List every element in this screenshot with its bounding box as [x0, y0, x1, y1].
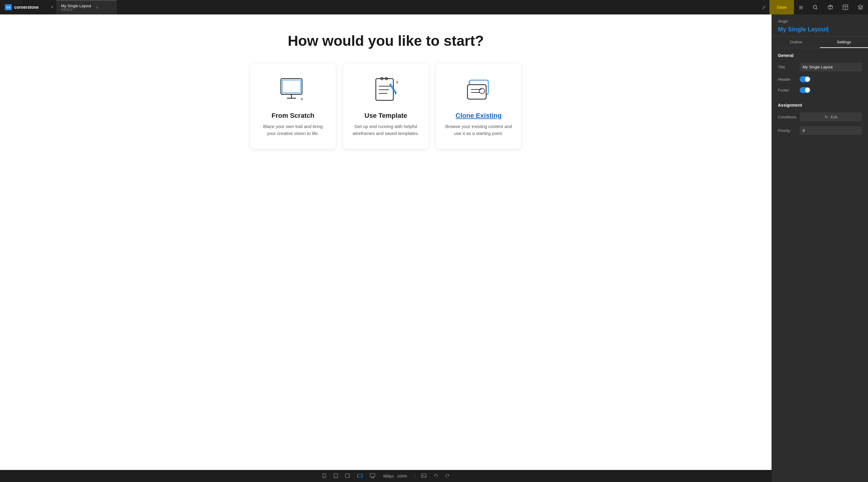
bottombar: 989px 100% | [0, 470, 772, 482]
from-scratch-desc: Blaze your own trail and bring your crea… [259, 123, 327, 137]
priority-label: Priority [778, 128, 796, 133]
option-cards-row: + From Scratch Blaze your own trail and … [250, 64, 521, 149]
header-label: Header [778, 77, 796, 82]
main-layout: How would you like to start? + [0, 14, 868, 482]
tab-settings[interactable]: Settings [820, 37, 868, 48]
general-section-header: General [772, 48, 868, 60]
svg-line-1 [816, 8, 818, 10]
conditions-edit-button[interactable]: ↻ Edit [800, 113, 862, 121]
clone-existing-desc: Browse your existing content and use it … [445, 123, 513, 137]
svg-line-18 [390, 85, 396, 94]
page-heading: How would you like to start? [288, 33, 484, 49]
add-tab-button[interactable]: + [48, 4, 56, 10]
header-row: Header [772, 74, 868, 85]
tab-subtitle: SINGLE [61, 8, 91, 11]
tablet-portrait-icon[interactable] [332, 473, 340, 479]
svg-text:+: + [396, 79, 398, 85]
footer-label: Footer [778, 88, 796, 93]
preview-button[interactable]: ⤢ [758, 4, 770, 10]
from-scratch-card[interactable]: + From Scratch Blaze your own trail and … [250, 64, 336, 149]
svg-rect-7 [281, 78, 302, 94]
clone-existing-card[interactable]: + Clone Existing Browse your existing co… [436, 64, 521, 149]
logo-cs: cs [5, 4, 12, 10]
header-toggle[interactable] [800, 76, 810, 82]
search-icon[interactable] [808, 0, 823, 14]
use-template-card[interactable]: + Use Template Get up and running with h… [343, 64, 429, 149]
right-panel: Single My Single Layout Outline Settings… [772, 14, 868, 482]
svg-rect-24 [467, 85, 486, 99]
footer-row: Footer [772, 85, 868, 96]
toolbar-icons: ⊞ [794, 0, 868, 14]
use-template-desc: Get up and running with helpful wirefram… [352, 123, 420, 137]
svg-rect-44 [421, 474, 426, 478]
close-tab-button[interactable]: × [96, 5, 98, 10]
use-template-icon: + [368, 75, 404, 106]
clone-existing-title: Clone Existing [456, 112, 502, 120]
conditions-label: Conditions [778, 115, 796, 119]
svg-rect-35 [358, 474, 362, 477]
title-input[interactable] [800, 63, 862, 71]
desktop-icon[interactable] [368, 473, 377, 479]
redo-icon[interactable] [443, 474, 451, 479]
app-name: cornerstone [14, 5, 38, 10]
footer-toggle[interactable] [800, 87, 810, 93]
mobile-icon[interactable] [320, 473, 328, 479]
panel-layout-name: My Single Layout [772, 25, 868, 37]
active-tab[interactable]: My Single Layout SINGLE × [56, 0, 117, 14]
topbar: cs cornerstone + My Single Layout SINGLE… [0, 0, 868, 14]
layers-icon[interactable] [853, 0, 868, 14]
terminal-icon[interactable] [419, 474, 428, 479]
save-button[interactable]: Save [770, 0, 794, 14]
title-row: Title [772, 60, 868, 74]
priority-row: Priority [772, 124, 868, 137]
priority-input[interactable] [800, 126, 862, 135]
from-scratch-title: From Scratch [272, 112, 314, 120]
use-template-title: Use Template [364, 112, 407, 120]
svg-text:+: + [301, 96, 303, 101]
clone-existing-icon: + [461, 75, 497, 106]
refresh-icon: ↻ [825, 115, 828, 119]
title-label: Title [778, 65, 796, 69]
tab-title: My Single Layout [61, 4, 91, 8]
canvas-area: How would you like to start? + [0, 14, 772, 482]
undo-icon[interactable] [432, 474, 440, 479]
svg-rect-40 [370, 474, 375, 477]
tab-outline[interactable]: Outline [772, 37, 820, 48]
resize-icon[interactable] [355, 474, 364, 479]
tablet-landscape-icon[interactable] [343, 474, 352, 479]
svg-point-0 [813, 5, 817, 9]
svg-text:+: + [468, 79, 470, 84]
conditions-row: Conditions ↻ Edit [772, 110, 868, 124]
canvas-size: 989px 100% [383, 474, 407, 478]
grid-icon[interactable]: ⊞ [794, 0, 808, 14]
from-scratch-icon: + [275, 75, 311, 106]
svg-line-46 [422, 476, 424, 476]
layout-icon[interactable] [838, 0, 853, 14]
canvas-content: How would you like to start? + [0, 14, 772, 470]
panel-section-label: Single [772, 14, 868, 25]
svg-rect-8 [282, 80, 301, 93]
app-logo: cs cornerstone [0, 4, 48, 10]
package-icon[interactable] [823, 0, 838, 14]
assignment-section-header: Assignment [772, 98, 868, 110]
panel-tabs: Outline Settings [772, 37, 868, 48]
